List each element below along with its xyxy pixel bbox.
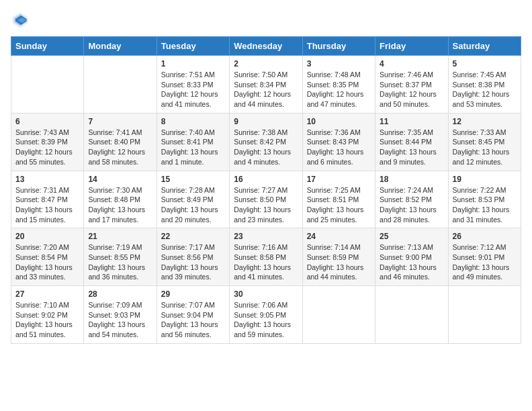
cell-text: Sunset: 8:42 PM [234, 137, 298, 147]
cell-text: Sunset: 8:38 PM [453, 80, 517, 90]
day-header-saturday: Saturday [448, 37, 521, 56]
day-number: 18 [380, 175, 443, 184]
cell-text: Sunrise: 7:41 AM [88, 128, 152, 138]
calendar-cell: 29Sunrise: 7:07 AMSunset: 9:04 PMDayligh… [157, 286, 229, 344]
calendar-cell: 4Sunrise: 7:46 AMSunset: 8:37 PMDaylight… [375, 56, 448, 113]
cell-text: Sunrise: 7:38 AM [234, 128, 298, 138]
day-number: 10 [307, 117, 371, 126]
cell-text: Daylight: 12 hours and 55 minutes. [15, 147, 79, 167]
calendar-cell: 30Sunrise: 7:06 AMSunset: 9:05 PMDayligh… [230, 286, 302, 344]
cell-text: Daylight: 13 hours and 46 minutes. [380, 263, 443, 282]
cell-text: Daylight: 13 hours and 54 minutes. [88, 320, 152, 339]
day-header-wednesday: Wednesday [230, 37, 302, 56]
calendar-cell: 3Sunrise: 7:48 AMSunset: 8:35 PMDaylight… [302, 56, 375, 113]
cell-text: Daylight: 13 hours and 56 minutes. [161, 320, 225, 339]
cell-text: Sunset: 9:05 PM [234, 310, 298, 320]
cell-text: Sunset: 9:00 PM [380, 253, 443, 263]
calendar-cell: 27Sunrise: 7:10 AMSunset: 9:02 PMDayligh… [11, 286, 84, 344]
cell-text: Sunrise: 7:13 AM [380, 242, 443, 253]
calendar-cell: 23Sunrise: 7:16 AMSunset: 8:58 PMDayligh… [230, 228, 302, 286]
cell-text: Sunset: 8:49 PM [161, 195, 225, 205]
day-number: 23 [234, 232, 298, 241]
calendar-cell [448, 286, 521, 344]
calendar-cell: 1Sunrise: 7:51 AMSunset: 8:33 PMDaylight… [157, 56, 229, 113]
cell-text: Sunrise: 7:33 AM [453, 128, 517, 138]
calendar-table: SundayMondayTuesdayWednesdayThursdayFrid… [11, 36, 521, 344]
cell-text: Sunset: 8:53 PM [453, 195, 517, 205]
cell-text: Sunset: 8:43 PM [307, 137, 371, 147]
cell-text: Sunrise: 7:43 AM [15, 128, 79, 138]
calendar-cell: 11Sunrise: 7:35 AMSunset: 8:44 PMDayligh… [375, 113, 448, 171]
calendar-cell: 19Sunrise: 7:22 AMSunset: 8:53 PMDayligh… [448, 171, 521, 228]
day-number: 25 [380, 232, 443, 241]
week-row-3: 13Sunrise: 7:31 AMSunset: 8:47 PMDayligh… [11, 171, 521, 228]
day-number: 14 [88, 175, 152, 184]
cell-text: Sunrise: 7:16 AM [234, 242, 298, 253]
cell-text: Sunrise: 7:12 AM [453, 242, 517, 253]
cell-text: Sunset: 8:58 PM [234, 253, 298, 263]
calendar-cell: 16Sunrise: 7:27 AMSunset: 8:50 PMDayligh… [230, 171, 302, 228]
cell-text: Sunrise: 7:36 AM [307, 128, 371, 138]
calendar-cell: 9Sunrise: 7:38 AMSunset: 8:42 PMDaylight… [230, 113, 302, 171]
cell-text: Sunset: 8:35 PM [307, 80, 371, 90]
cell-text: Sunset: 8:52 PM [380, 195, 443, 205]
cell-text: Daylight: 12 hours and 53 minutes. [453, 89, 517, 109]
cell-text: Daylight: 13 hours and 12 minutes. [453, 147, 517, 167]
cell-text: Daylight: 13 hours and 6 minutes. [307, 147, 371, 167]
day-number: 12 [453, 117, 517, 126]
calendar-cell: 22Sunrise: 7:17 AMSunset: 8:56 PMDayligh… [157, 228, 229, 286]
cell-text: Sunrise: 7:19 AM [88, 242, 152, 253]
day-number: 28 [88, 289, 152, 299]
cell-text: Sunrise: 7:40 AM [161, 128, 225, 138]
cell-text: Sunset: 8:40 PM [88, 137, 152, 147]
cell-text: Sunset: 9:02 PM [15, 310, 79, 320]
cell-text: Sunset: 8:45 PM [453, 137, 517, 147]
calendar-cell: 15Sunrise: 7:28 AMSunset: 8:49 PMDayligh… [157, 171, 229, 228]
cell-text: Sunset: 9:03 PM [88, 310, 152, 320]
day-number: 21 [88, 232, 152, 241]
cell-text: Sunrise: 7:28 AM [161, 185, 225, 195]
cell-text: Sunset: 8:54 PM [15, 253, 79, 263]
cell-text: Sunset: 9:04 PM [161, 310, 225, 320]
cell-text: Sunset: 8:41 PM [161, 137, 225, 147]
cell-text: Daylight: 13 hours and 36 minutes. [88, 263, 152, 282]
cell-text: Daylight: 13 hours and 9 minutes. [380, 147, 443, 167]
cell-text: Sunrise: 7:30 AM [88, 185, 152, 195]
cell-text: Daylight: 13 hours and 23 minutes. [234, 205, 298, 224]
cell-text: Daylight: 13 hours and 44 minutes. [307, 263, 371, 282]
day-number: 5 [453, 59, 517, 68]
cell-text: Sunset: 8:59 PM [307, 253, 371, 263]
day-header-sunday: Sunday [11, 37, 84, 56]
day-number: 9 [234, 117, 298, 126]
cell-text: Sunset: 8:34 PM [234, 80, 298, 90]
calendar-cell [11, 56, 84, 113]
calendar-cell: 21Sunrise: 7:19 AMSunset: 8:55 PMDayligh… [84, 228, 157, 286]
cell-text: Daylight: 12 hours and 58 minutes. [88, 147, 152, 167]
calendar-cell: 12Sunrise: 7:33 AMSunset: 8:45 PMDayligh… [448, 113, 521, 171]
cell-text: Sunrise: 7:27 AM [234, 185, 298, 195]
calendar-cell: 17Sunrise: 7:25 AMSunset: 8:51 PMDayligh… [302, 171, 375, 228]
calendar-cell: 6Sunrise: 7:43 AMSunset: 8:39 PMDaylight… [11, 113, 84, 171]
day-number: 15 [161, 175, 225, 184]
logo-icon [11, 11, 30, 30]
cell-text: Daylight: 13 hours and 51 minutes. [15, 320, 79, 339]
day-header-tuesday: Tuesday [157, 37, 229, 56]
cell-text: Sunrise: 7:45 AM [453, 70, 517, 80]
cell-text: Sunset: 8:33 PM [161, 80, 225, 90]
week-row-2: 6Sunrise: 7:43 AMSunset: 8:39 PMDaylight… [11, 113, 521, 171]
cell-text: Daylight: 13 hours and 49 minutes. [453, 263, 517, 282]
cell-text: Sunrise: 7:14 AM [307, 242, 371, 253]
cell-text: Daylight: 13 hours and 4 minutes. [234, 147, 298, 167]
cell-text: Daylight: 13 hours and 28 minutes. [380, 205, 443, 224]
calendar-cell: 25Sunrise: 7:13 AMSunset: 9:00 PMDayligh… [375, 228, 448, 286]
cell-text: Sunrise: 7:17 AM [161, 242, 225, 253]
calendar-cell: 5Sunrise: 7:45 AMSunset: 8:38 PMDaylight… [448, 56, 521, 113]
cell-text: Daylight: 12 hours and 44 minutes. [234, 89, 298, 109]
calendar-cell: 28Sunrise: 7:09 AMSunset: 9:03 PMDayligh… [84, 286, 157, 344]
day-number: 8 [161, 117, 225, 126]
cell-text: Daylight: 13 hours and 59 minutes. [234, 320, 298, 339]
calendar-cell [302, 286, 375, 344]
day-number: 3 [307, 59, 371, 68]
cell-text: Daylight: 13 hours and 17 minutes. [88, 205, 152, 224]
day-number: 4 [380, 59, 443, 68]
